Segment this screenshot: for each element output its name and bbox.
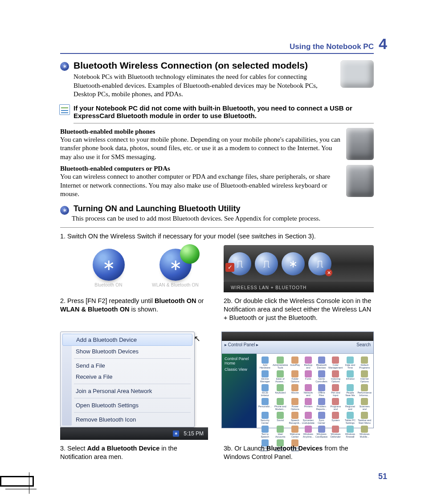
control-panel-item[interactable]: Windows CardSpace	[315, 426, 328, 438]
control-panel-item[interactable]: People Near Me	[343, 384, 356, 397]
control-panel-item[interactable]: Device Manager	[258, 370, 272, 383]
sidebar-classic-view[interactable]: Classic View	[225, 367, 254, 372]
control-panel-item[interactable]: AutoPlay	[289, 356, 301, 369]
control-panel-sidebar: Control Panel Home Classic View	[222, 354, 257, 428]
control-panel-item[interactable]: Network and Sharing...	[302, 384, 315, 397]
figure-control-panel: ▸ Control Panel ▸ Search Control Panel H…	[221, 332, 374, 428]
control-panel-item[interactable]: Taskbar and Start Menu	[358, 412, 372, 425]
subsection-mobile-phones: Bluetooth-enabled mobile phones You can …	[60, 128, 374, 162]
control-panel-item[interactable]: Windows Mobile...	[358, 426, 372, 438]
section-title: Bluetooth Wireless Connection (on select…	[74, 60, 374, 71]
control-panel-item[interactable]: Mouse	[289, 384, 301, 397]
control-panel-item[interactable]: Phone and Modem...	[273, 398, 288, 411]
control-panel-item[interactable]: Internet Options	[358, 370, 372, 383]
note-text: If your Notebook PC did not come with bu…	[74, 103, 374, 123]
figure-row-2: ↖ Add a Bluetooth Device Show Bluetooth …	[60, 332, 374, 440]
control-panel-item[interactable]: Text to Speech	[258, 426, 272, 438]
text: 2. Press [FN F2] repeatedly until	[60, 297, 155, 304]
control-panel-item[interactable]: Indexing Options	[328, 370, 343, 383]
note-icon	[59, 104, 70, 115]
osd-wlan-bluetooth-on: ∗ WLAN & Bluetooth ON	[151, 249, 200, 287]
control-panel-item[interactable]: Tablet PC Settings	[343, 412, 356, 425]
window-toolbar: ▸ Control Panel ▸ Search	[222, 341, 373, 354]
menu-item-add-device[interactable]: Add a Bluetooth Device	[62, 334, 192, 346]
control-panel-item[interactable]: Sound	[273, 412, 288, 425]
menu-item-join-pan[interactable]: Join a Personal Area Network	[61, 385, 194, 397]
control-panel-item[interactable]: Bluetooth Devices	[315, 356, 328, 369]
control-panel-item[interactable]: Infrared	[343, 370, 356, 383]
search-field[interactable]: Search	[356, 342, 371, 352]
control-panel-item[interactable]: Power Options	[289, 398, 301, 411]
bluetooth-icon: ∗	[59, 205, 70, 216]
section-turning-on-bluetooth: ∗ Turning ON and Launching Bluetooth Uti…	[60, 204, 374, 223]
section-intro: This process can be used to add most Blu…	[72, 214, 374, 223]
menu-item-send-file[interactable]: Send a File	[61, 360, 194, 371]
control-panel-item[interactable]: Administrative Tools	[273, 356, 288, 369]
console-wifi-bt-icon: ⎍	[228, 252, 251, 275]
phone-image	[346, 128, 374, 160]
console-off-icon: ⎍	[308, 252, 331, 275]
header-title: Using the Notebook PC	[60, 42, 374, 51]
control-panel-item[interactable]: iSCSI Initiator	[258, 384, 272, 397]
text-bold: Add a Bluetooth Device	[87, 445, 159, 452]
sub-text: You can wireless connect to your mobile …	[60, 135, 374, 162]
control-panel-item[interactable]: Windows Defender	[328, 426, 343, 438]
section-title: Turning ON and Launching Bluetooth Utili…	[74, 204, 374, 213]
control-panel-item[interactable]: Add Hardware	[258, 356, 272, 369]
section-intro: Notebook PCs with Bluetooth technology e…	[74, 73, 374, 99]
control-panel-item[interactable]: Windows Anytime...	[302, 426, 315, 438]
control-panel-item[interactable]: Regional and Language...	[343, 398, 356, 411]
control-panel-item[interactable]: System	[328, 412, 343, 425]
page-number: 51	[60, 472, 387, 481]
control-panel-item[interactable]: Problem Reports...	[315, 398, 328, 411]
taskbar-time: 5:15 PM	[184, 430, 204, 437]
note-block: If your Notebook PC did not come with bu…	[60, 103, 374, 123]
osd-label: Bluetooth ON	[84, 283, 133, 287]
menu-item-show-devices[interactable]: Show Bluetooth Devices	[61, 346, 194, 357]
control-panel-item[interactable]: Offline Files	[315, 384, 328, 397]
pda-image	[346, 165, 374, 197]
figure-row-1: ∗ Bluetooth ON ∗ WLAN & Bluetooth ON ⎍ ⎍…	[60, 245, 374, 292]
sub-heading: Bluetooth-enabled computers or PDAs	[60, 165, 374, 172]
subsection-computers-pdas: Bluetooth-enabled computers or PDAs You …	[60, 165, 374, 199]
control-panel-item[interactable]: Fonts	[302, 370, 315, 383]
control-panel-item[interactable]: Programs and Features	[328, 398, 343, 411]
text-bold: Bluetooth ON	[155, 297, 196, 304]
control-panel-window: ▸ Control Panel ▸ Search Control Panel H…	[221, 332, 374, 428]
control-panel-item[interactable]: Windows Firewall	[343, 426, 356, 438]
figure-context-menu: ↖ Add a Bluetooth Device Show Bluetooth …	[60, 332, 208, 440]
taskbar-bluetooth-icon[interactable]: ∗	[173, 430, 179, 437]
control-panel-item[interactable]: User Accounts	[273, 426, 288, 438]
control-panel-item[interactable]: Date and Time	[343, 356, 356, 369]
control-panel-item[interactable]: Pen and Input Devices	[328, 384, 343, 397]
control-panel-item[interactable]: Sync Center	[315, 412, 328, 425]
control-panel-item[interactable]: Security Center	[258, 412, 272, 425]
figure-wireless-console: ⎍ ⎍ ∗ ⎍ Wireless Lan + Bluetooth	[224, 245, 374, 292]
control-panel-item[interactable]: Speech Recogniti...	[289, 412, 301, 425]
console-wifi-icon: ⎍	[255, 252, 278, 275]
control-panel-item[interactable]: Game Controllers	[315, 370, 328, 383]
control-panel-item[interactable]: Default Programs	[358, 356, 372, 369]
text: is shown.	[129, 306, 158, 313]
text-bold: WLAN & Bluetooth ON	[60, 306, 129, 313]
menu-item-open-settings[interactable]: Open Bluetooth Settings	[61, 400, 194, 411]
control-panel-item[interactable]: Keyboard	[273, 384, 288, 397]
text: 3b. Or Launch	[224, 445, 266, 452]
step-3-row: 3. Select Add a Bluetooth Device in the …	[60, 443, 374, 463]
control-panel-item[interactable]: Color Management	[328, 356, 343, 369]
control-panel-item[interactable]: Printers	[302, 398, 315, 411]
control-panel-item[interactable]: Backup and Restore...	[302, 356, 315, 369]
osd-bluetooth-on: ∗ Bluetooth ON	[84, 249, 133, 287]
control-panel-item[interactable]: Ease of Access...	[273, 370, 288, 383]
step-2b: 2b. Or double click the Wireless Console…	[224, 297, 374, 322]
control-panel-item[interactable]: Symantec LiveUpdate	[302, 412, 315, 425]
breadcrumb[interactable]: ▸ Control Panel ▸	[225, 342, 258, 352]
control-panel-item[interactable]: Scanners and Cameras	[358, 398, 372, 411]
control-panel-item[interactable]: Folder Options	[289, 370, 301, 383]
console-label: Wireless Lan + Bluetooth	[231, 285, 306, 290]
control-panel-item[interactable]: Personaliz...	[258, 398, 272, 411]
control-panel-item[interactable]: Performance Informa...	[358, 384, 372, 397]
menu-item-remove-icon[interactable]: Remove Bluetooth Icon	[61, 414, 194, 425]
control-panel-item[interactable]: Welcome Center	[289, 426, 301, 438]
menu-item-receive-file[interactable]: Receive a File	[61, 371, 194, 382]
